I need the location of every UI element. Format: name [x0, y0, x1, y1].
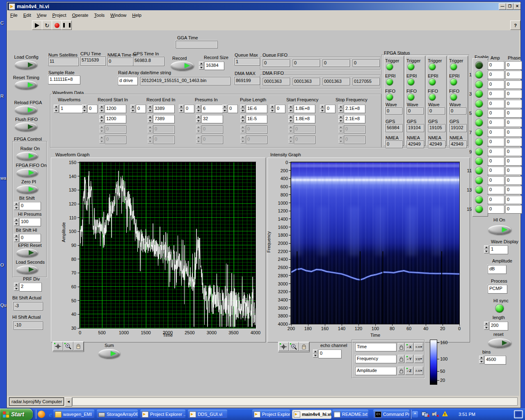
- spin-up-button[interactable]: [199, 62, 204, 66]
- hi-presums-field[interactable]: 100: [19, 218, 41, 226]
- phase-field[interactable]: 0: [505, 157, 522, 165]
- spin-up-button[interactable]: [288, 115, 293, 119]
- bins-field[interactable]: 4500: [484, 356, 506, 364]
- value-spinner[interactable]: [148, 105, 153, 113]
- bit-shift-field[interactable]: 0: [19, 202, 41, 210]
- task-dds-gui-vi[interactable]: DDS_GUI.vi: [188, 410, 227, 419]
- spin-up-button[interactable]: [240, 135, 245, 139]
- spin-up-button[interactable]: [240, 115, 245, 119]
- phase-field[interactable]: 0: [505, 90, 522, 98]
- cursor-tool-button[interactable]: [278, 342, 289, 351]
- scale-lock-button[interactable]: [398, 367, 404, 375]
- spin-down-button[interactable]: [130, 109, 135, 113]
- spin-up-button[interactable]: [484, 245, 489, 249]
- pulse-length-field[interactable]: 1E-6: [246, 105, 267, 113]
- value-spinner[interactable]: [240, 105, 245, 113]
- spin-down-button[interactable]: [14, 238, 19, 242]
- intensity-plot-area[interactable]: [291, 162, 459, 324]
- task-storagearray06-[interactable]: StorageArray06 ...: [97, 410, 138, 419]
- tray-chevron-button[interactable]: ^: [412, 411, 418, 418]
- hi-presums-spinner[interactable]: [14, 218, 19, 226]
- spin-up-button[interactable]: [14, 202, 19, 206]
- record-end-in-field[interactable]: 0: [153, 135, 174, 144]
- enable-led-14[interactable]: [475, 196, 483, 203]
- reset-button[interactable]: [488, 338, 511, 347]
- record-start-in-field[interactable]: 1200: [105, 115, 126, 123]
- flush-fifo-button[interactable]: [15, 122, 37, 131]
- spin-up-button[interactable]: [148, 135, 153, 139]
- volume-muted-icon[interactable]: ✕: [432, 411, 438, 417]
- length-spinner[interactable]: [484, 322, 489, 330]
- value-spinner[interactable]: [99, 115, 104, 123]
- record-start-in-field[interactable]: 0: [105, 135, 126, 144]
- spin-up-button[interactable]: [148, 105, 153, 109]
- maximize-button[interactable]: ❐: [506, 3, 514, 10]
- index-spinner[interactable]: [179, 105, 184, 113]
- spin-up-button[interactable]: [179, 105, 184, 109]
- spin-down-button[interactable]: [14, 287, 19, 291]
- amp-field[interactable]: 0: [488, 109, 504, 117]
- reload-fpga-button[interactable]: [15, 105, 37, 114]
- value-spinner[interactable]: [148, 115, 153, 123]
- amp-field[interactable]: 0: [488, 167, 504, 175]
- scale-legend-name-field[interactable]: Amplitude: [355, 367, 396, 375]
- index-field[interactable]: 0: [228, 105, 237, 113]
- raid-array-field[interactable]: d drive: [118, 77, 137, 85]
- index-field[interactable]: 0: [275, 105, 285, 113]
- spin-up-button[interactable]: [14, 218, 19, 222]
- spin-up-button[interactable]: [338, 105, 343, 109]
- prf-div-spinner[interactable]: [14, 283, 19, 291]
- spin-up-button[interactable]: [222, 105, 227, 109]
- amp-field[interactable]: 0: [488, 196, 504, 204]
- context-help-button[interactable]: ?: [510, 21, 520, 30]
- waveforms-spinner[interactable]: [54, 105, 59, 113]
- spin-up-button[interactable]: [484, 322, 489, 326]
- index-field[interactable]: 0: [184, 105, 194, 113]
- phase-field[interactable]: 0: [505, 80, 522, 89]
- spin-up-button[interactable]: [288, 105, 293, 109]
- scale-lock-button[interactable]: [398, 343, 404, 351]
- zoom-tool-button[interactable]: [289, 342, 299, 351]
- spin-down-button[interactable]: [320, 109, 325, 113]
- amplitude-field[interactable]: dB: [488, 265, 506, 274]
- spin-down-button[interactable]: [148, 109, 153, 113]
- spin-up-button[interactable]: [338, 135, 343, 139]
- presums-in-field[interactable]: 6: [201, 105, 223, 113]
- spin-down-button[interactable]: [148, 139, 153, 144]
- scale-z-button[interactable]: ⌐Z: [405, 367, 413, 375]
- spin-down-button[interactable]: [240, 129, 245, 133]
- value-spinner[interactable]: [196, 115, 201, 123]
- amp-field[interactable]: 0: [488, 100, 504, 108]
- spin-up-button[interactable]: [99, 115, 104, 119]
- spin-up-button[interactable]: [196, 125, 201, 129]
- stop-frequency-field[interactable]: 0: [344, 125, 365, 133]
- sample-rate-field[interactable]: 1.11111E+8: [48, 75, 80, 84]
- run-button[interactable]: [32, 21, 42, 30]
- spin-up-button[interactable]: [14, 283, 19, 287]
- echo-channel-spinner[interactable]: [313, 349, 318, 358]
- spin-up-button[interactable]: [99, 135, 104, 139]
- index-spinner[interactable]: [320, 105, 325, 113]
- record-end-in-field[interactable]: 3389: [153, 105, 174, 113]
- enable-led-0[interactable]: [475, 62, 483, 69]
- spin-up-button[interactable]: [320, 105, 325, 109]
- menu-edit[interactable]: Edit: [21, 12, 34, 18]
- cursor-tool-button[interactable]: [53, 342, 63, 351]
- record-size-field[interactable]: 16384: [204, 62, 224, 70]
- scale-format-button[interactable]: z.zz▾: [414, 367, 423, 375]
- spin-up-button[interactable]: [240, 105, 245, 109]
- index-field[interactable]: 0: [136, 105, 146, 113]
- value-spinner[interactable]: [288, 105, 293, 113]
- epri-reset-button[interactable]: [16, 249, 38, 257]
- length-field[interactable]: 200: [489, 322, 508, 330]
- record-size-spinner[interactable]: [199, 62, 204, 70]
- spin-down-button[interactable]: [99, 109, 104, 113]
- scale-format-button[interactable]: y.yy▾: [414, 355, 423, 363]
- phase-field[interactable]: 0: [505, 186, 522, 194]
- spin-down-button[interactable]: [338, 109, 343, 113]
- spin-up-button[interactable]: [196, 105, 201, 109]
- pan-tool-button[interactable]: [73, 342, 84, 351]
- index-spinner[interactable]: [222, 105, 227, 113]
- scale-lock-button[interactable]: [398, 355, 404, 363]
- spin-down-button[interactable]: [99, 129, 104, 133]
